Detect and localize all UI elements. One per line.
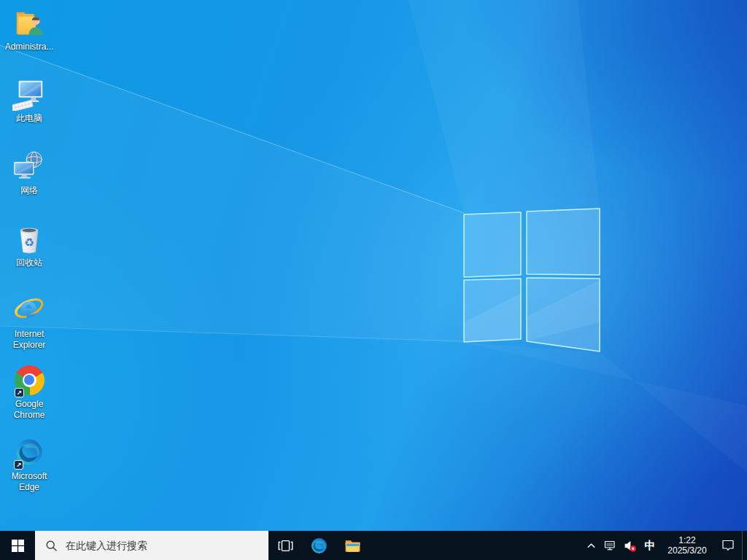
desktop-icon-label: Administra... (5, 42, 54, 52)
network-globe-icon (12, 149, 46, 183)
desktop-icon-administrator[interactable]: Administra... (1, 6, 58, 52)
notification-bubble-icon (721, 538, 735, 553)
action-center-button[interactable] (714, 531, 742, 560)
start-button[interactable] (0, 531, 35, 560)
desktop-icon-microsoft-edge[interactable]: ↗ Microsoft Edge (1, 435, 58, 493)
desktop-icon-label: 网络 (20, 185, 38, 196)
desktop-icon-network[interactable]: 网络 (1, 149, 58, 196)
chevron-up-icon (585, 540, 597, 552)
taskbar: 中 1:22 2025/3/20 (0, 531, 747, 560)
search-icon (45, 540, 58, 552)
desktop-icon-label: 此电脑 (16, 113, 42, 124)
computer-icon (12, 77, 46, 111)
tray-network-button[interactable] (600, 531, 619, 560)
tray-volume-button[interactable] (619, 531, 640, 560)
system-tray: 中 1:22 2025/3/20 (581, 531, 747, 560)
taskbar-file-explorer-button[interactable] (336, 531, 369, 560)
user-folder-icon (12, 6, 46, 39)
show-desktop-button[interactable] (742, 531, 747, 560)
search-input[interactable] (64, 539, 268, 552)
desktop-icon-label: Google Chrome (1, 399, 57, 421)
desktop-icon-google-chrome[interactable]: ↗ Google Chrome (1, 363, 58, 421)
recycle-symbol: ♻ (24, 236, 34, 249)
edge-icon (310, 537, 328, 555)
desktop-icon-this-pc[interactable]: 此电脑 (1, 77, 58, 124)
taskbar-clock[interactable]: 1:22 2025/3/20 (660, 531, 714, 560)
taskbar-edge-button[interactable] (302, 531, 336, 560)
shortcut-arrow-badge: ↗ (15, 388, 24, 397)
speaker-muted-icon (623, 539, 637, 553)
taskbar-search[interactable] (35, 531, 268, 560)
shortcut-arrow-badge: ↗ (14, 460, 23, 470)
clock-time: 1:22 (678, 535, 695, 545)
ethernet-icon (603, 539, 616, 552)
svg-text:e: e (20, 293, 38, 324)
desktop-wallpaper (0, 0, 747, 560)
desktop-icon-recycle-bin[interactable]: ♻ 回收站 (1, 222, 58, 268)
ie-icon: e (12, 293, 46, 327)
clock-date: 2025/3/20 (667, 545, 706, 556)
desktop-icon-internet-explorer[interactable]: e Internet Explorer (1, 293, 58, 351)
desktop-icon-label: Internet Explorer (1, 329, 57, 351)
windows-start-icon (12, 540, 24, 552)
task-view-icon (278, 538, 293, 553)
desktop-icon-label: 回收站 (16, 257, 42, 268)
task-view-button[interactable] (268, 531, 302, 560)
desktop-icon-label: Microsoft Edge (1, 471, 57, 493)
tray-ime-indicator[interactable]: 中 (640, 531, 660, 560)
recycle-bin-icon: ♻ (12, 222, 46, 255)
folder-icon (344, 537, 362, 555)
tray-show-hidden-icons-button[interactable] (581, 531, 600, 560)
